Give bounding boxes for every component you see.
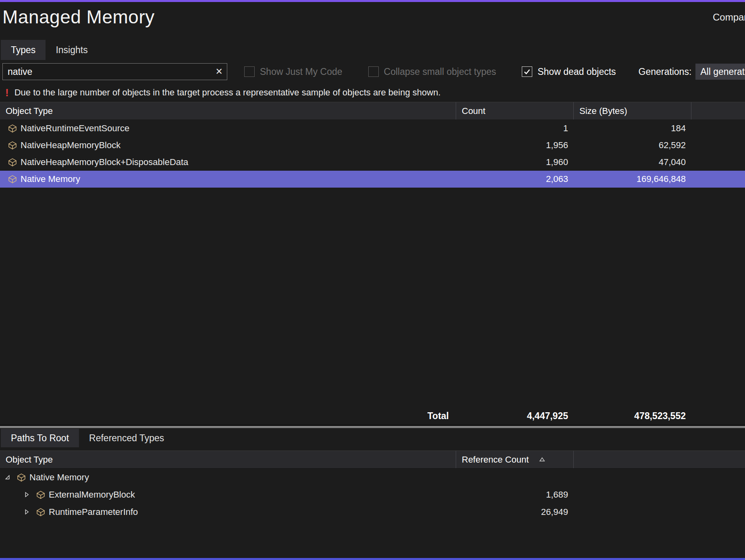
generations-selected-value: All generations xyxy=(700,66,745,77)
compare-button[interactable]: Compar xyxy=(713,12,745,23)
tab-paths-to-root[interactable]: Paths To Root xyxy=(1,429,79,447)
lower-empty-area xyxy=(0,521,745,558)
checkbox-box[interactable] xyxy=(244,66,255,77)
total-count: 4,447,925 xyxy=(456,411,574,422)
column-header-reference-count[interactable]: Reference Count xyxy=(456,451,574,468)
size-cell: 47,040 xyxy=(574,157,691,167)
class-icon xyxy=(8,158,17,167)
table-row-selected[interactable]: Native Memory 2,063 169,646,848 xyxy=(0,171,745,188)
checkbox-show-just-my-code[interactable]: Show Just My Code xyxy=(244,66,342,77)
total-row: Total 4,447,925 478,523,552 xyxy=(0,407,745,425)
count-cell: 1 xyxy=(456,123,574,134)
tree-row[interactable]: RuntimeParameterInfo 26,949 xyxy=(0,503,745,521)
tree-row[interactable]: ExternalMemoryBlock 1,689 xyxy=(0,486,745,503)
size-cell: 184 xyxy=(574,123,691,134)
total-label: Total xyxy=(0,411,456,422)
tree-row[interactable]: Native Memory xyxy=(0,469,745,486)
object-type-cell: ExternalMemoryBlock xyxy=(0,490,456,500)
checkbox-label: Collapse small object types xyxy=(384,66,496,77)
table-row[interactable]: NativeRuntimeEventSource 1 184 xyxy=(0,120,745,137)
tab-types[interactable]: Types xyxy=(1,40,46,60)
pane-splitter[interactable] xyxy=(0,425,745,429)
object-type-cell: NativeRuntimeEventSource xyxy=(0,123,456,134)
warning-banner: ! Due to the large number of objects in … xyxy=(0,83,745,102)
object-type-name: Native Memory xyxy=(29,472,89,483)
object-type-cell: Native Memory xyxy=(0,472,456,483)
object-type-name: Native Memory xyxy=(21,174,80,184)
page-title: Managed Memory xyxy=(0,2,745,28)
column-header-empty xyxy=(691,102,745,120)
count-cell: 1,960 xyxy=(456,157,574,167)
search-box: ✕ xyxy=(2,63,227,80)
checkbox-box[interactable] xyxy=(368,66,379,77)
checkbox-label: Show dead objects xyxy=(537,66,616,77)
class-icon xyxy=(8,175,17,184)
count-cell: 2,063 xyxy=(456,174,574,184)
reference-count-cell: 1,689 xyxy=(456,490,574,500)
tab-referenced-types[interactable]: Referenced Types xyxy=(79,429,174,447)
warning-text: Due to the large number of objects in th… xyxy=(15,87,441,98)
column-header-count[interactable]: Count xyxy=(456,102,574,120)
column-header-size[interactable]: Size (Bytes) xyxy=(574,102,691,120)
table-row[interactable]: NativeHeapMemoryBlock+DisposableData 1,9… xyxy=(0,154,745,171)
tab-insights[interactable]: Insights xyxy=(46,40,98,60)
object-type-cell: RuntimeParameterInfo xyxy=(0,507,456,517)
clear-search-icon[interactable]: ✕ xyxy=(216,64,223,80)
expander-collapsed-icon[interactable] xyxy=(23,491,32,498)
checkbox-label: Show Just My Code xyxy=(260,66,342,77)
reference-count-cell: 26,949 xyxy=(456,507,574,517)
class-icon xyxy=(36,508,45,517)
object-type-name: NativeHeapMemoryBlock+DisposableData xyxy=(21,157,188,167)
checkbox-collapse-small-object-types[interactable]: Collapse small object types xyxy=(368,66,496,77)
table-row[interactable]: NativeHeapMemoryBlock 1,956 62,592 xyxy=(0,137,745,154)
generations-label: Generations: xyxy=(639,66,692,77)
generations-dropdown[interactable]: All generations xyxy=(695,64,745,80)
expander-expanded-icon[interactable] xyxy=(4,474,13,481)
filter-toolbar: ✕ Show Just My Code Collapse small objec… xyxy=(0,60,745,83)
object-type-name: NativeHeapMemoryBlock xyxy=(21,140,120,151)
column-header-object-type[interactable]: Object Type xyxy=(0,451,456,468)
warning-icon: ! xyxy=(5,87,9,99)
bottom-tabstrip: Paths To Root Referenced Types xyxy=(0,429,745,450)
table-empty-area xyxy=(0,188,745,407)
object-type-cell: Native Memory xyxy=(0,174,456,184)
total-size: 478,523,552 xyxy=(574,411,691,422)
class-icon xyxy=(8,141,17,150)
check-icon xyxy=(523,68,531,76)
paths-table-header: Object Type Reference Count xyxy=(0,450,745,469)
title-bar: Managed Memory Compar xyxy=(0,2,745,40)
checkbox-box-checked[interactable] xyxy=(522,66,532,77)
size-cell: 62,592 xyxy=(574,140,691,151)
class-icon xyxy=(36,490,45,499)
types-table-header: Object Type Count Size (Bytes) xyxy=(0,102,745,120)
size-cell: 169,646,848 xyxy=(574,174,691,184)
object-type-cell: NativeHeapMemoryBlock+DisposableData xyxy=(0,157,456,167)
search-input[interactable] xyxy=(3,64,227,80)
column-header-empty xyxy=(574,451,745,468)
object-type-name: ExternalMemoryBlock xyxy=(49,490,135,500)
object-type-name: NativeRuntimeEventSource xyxy=(21,123,129,134)
expander-collapsed-icon[interactable] xyxy=(23,508,32,515)
object-type-cell: NativeHeapMemoryBlock xyxy=(0,140,456,151)
count-cell: 1,956 xyxy=(456,140,574,151)
column-header-object-type[interactable]: Object Type xyxy=(0,102,456,120)
class-icon xyxy=(8,124,17,133)
bottom-accent-bar xyxy=(0,558,745,560)
object-type-name: RuntimeParameterInfo xyxy=(49,507,138,517)
sort-ascending-icon xyxy=(539,457,545,463)
class-icon xyxy=(17,473,26,482)
main-tabstrip: Types Insights xyxy=(0,40,745,60)
checkbox-show-dead-objects[interactable]: Show dead objects xyxy=(522,66,616,77)
